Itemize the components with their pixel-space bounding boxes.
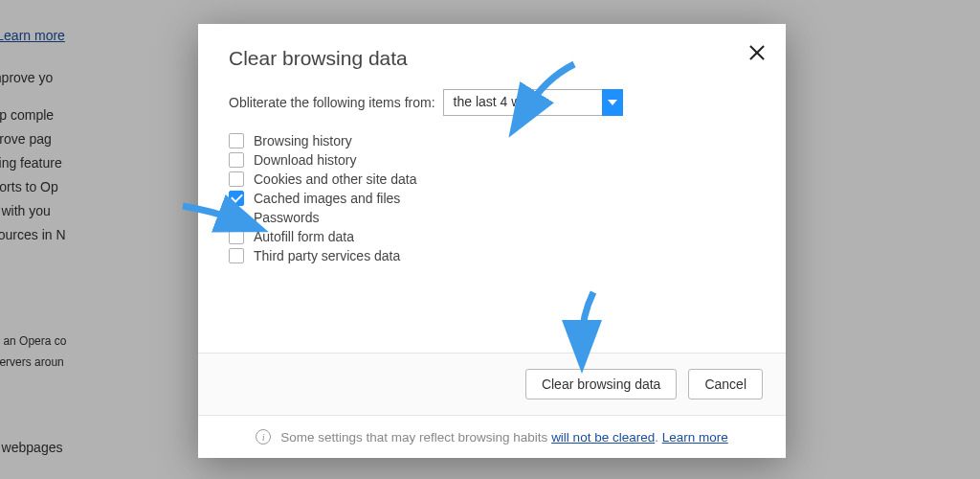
checkbox-label: Browsing history	[254, 133, 352, 148]
clear-browsing-data-dialog: Clear browsing data Obliterate the follo…	[198, 24, 786, 458]
checkbox[interactable]	[229, 133, 244, 148]
dialog-footnote: i Some settings that may reflect browsin…	[198, 415, 786, 458]
time-range-value[interactable]: the last 4 weeks	[443, 89, 623, 116]
checkbox-label: Third party services data	[254, 248, 400, 263]
dialog-actions: Clear browsing data Cancel	[198, 353, 786, 415]
checkbox-row[interactable]: Passwords	[229, 210, 755, 225]
checkbox[interactable]	[229, 229, 244, 244]
footnote-learn-more-link[interactable]: Learn more	[662, 430, 728, 445]
will-not-be-cleared-link[interactable]: will not be cleared	[551, 430, 655, 445]
time-range-label: Obliterate the following items from:	[229, 95, 435, 110]
checkbox-label: Autofill form data	[254, 229, 354, 244]
checkbox[interactable]	[229, 152, 244, 168]
checkbox-row[interactable]: Cached images and files	[229, 191, 755, 206]
checkbox-row[interactable]: Autofill form data	[229, 229, 755, 244]
cancel-button[interactable]: Cancel	[688, 369, 763, 399]
checkbox-row[interactable]: Browsing history	[229, 133, 755, 148]
checkbox[interactable]	[229, 171, 244, 187]
time-range-select[interactable]: the last 4 weeks	[443, 89, 623, 116]
checkbox[interactable]	[229, 248, 244, 263]
checkbox-list: Browsing historyDownload historyCookies …	[229, 133, 755, 263]
checkbox[interactable]	[229, 191, 244, 206]
clear-browsing-data-button[interactable]: Clear browsing data	[525, 369, 678, 399]
checkbox-row[interactable]: Download history	[229, 152, 755, 168]
dialog-title: Clear browsing data	[229, 47, 755, 70]
checkbox-label: Passwords	[254, 210, 319, 225]
footnote-text: Some settings that may reflect browsing …	[280, 430, 551, 445]
info-icon: i	[256, 429, 271, 445]
close-icon[interactable]	[746, 41, 768, 64]
checkbox-row[interactable]: Cookies and other site data	[229, 171, 755, 187]
footnote-sep: .	[655, 430, 662, 445]
checkbox-label: Cached images and files	[254, 191, 400, 206]
checkbox-label: Cookies and other site data	[254, 171, 416, 187]
checkbox[interactable]	[229, 210, 244, 225]
checkbox-label: Download history	[254, 152, 356, 168]
checkbox-row[interactable]: Third party services data	[229, 248, 755, 263]
